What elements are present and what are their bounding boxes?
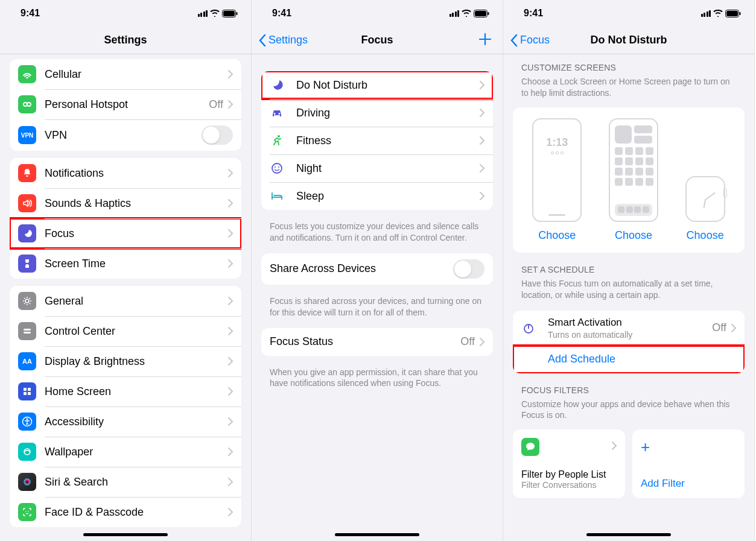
chevron-right-icon: [228, 199, 233, 207]
chevron-left-icon: [510, 34, 518, 46]
chevron-right-icon: [228, 508, 233, 516]
battery-icon: [222, 10, 238, 17]
label: Cellular: [45, 68, 228, 81]
filter-card-people[interactable]: Filter by People List Filter Conversatio…: [513, 429, 625, 498]
home-indicator[interactable]: [586, 533, 671, 536]
preview-watch-column: Choose: [685, 176, 725, 242]
vpn-toggle[interactable]: [202, 125, 233, 145]
chevron-right-icon: [480, 164, 484, 172]
svg-point-24: [275, 166, 276, 168]
cellular-icon: [18, 65, 36, 83]
label: Smart Activation: [548, 317, 712, 329]
row-face-id[interactable]: Face ID & Passcode: [10, 497, 241, 527]
value: Off: [712, 321, 726, 334]
label: Control Center: [45, 325, 228, 338]
general-icon: [18, 292, 36, 310]
plus-icon: +: [641, 438, 736, 457]
row-general[interactable]: General: [10, 286, 241, 316]
row-hotspot[interactable]: Personal Hotspot Off: [10, 89, 241, 119]
home-indicator[interactable]: [83, 533, 168, 536]
row-siri[interactable]: Siri & Search: [10, 467, 241, 497]
status-bar: 9:41: [252, 0, 503, 27]
preview-lock-column: 1:13 Choose: [532, 118, 582, 242]
filter-title: Filter by People List: [521, 469, 617, 480]
wifi-icon: [210, 10, 220, 17]
row-vpn[interactable]: VPN VPN: [10, 119, 241, 151]
filter-card-add[interactable]: + Add Filter: [632, 429, 745, 498]
add-schedule-label: Add Schedule: [548, 353, 736, 365]
label: Siri & Search: [45, 476, 228, 489]
label: Driving: [296, 107, 480, 119]
preview-dots: [551, 151, 564, 154]
label: Share Across Devices: [270, 262, 453, 275]
group-notifications: Notifications Sounds & Haptics Focus Scr…: [10, 158, 241, 279]
status-time: 9:41: [21, 8, 40, 19]
label: Sounds & Haptics: [45, 197, 228, 210]
row-focus-status[interactable]: Focus Status Off: [261, 328, 493, 356]
back-button[interactable]: Focus: [510, 34, 550, 46]
value: Off: [460, 335, 475, 348]
row-share-across[interactable]: Share Across Devices: [261, 253, 493, 285]
row-driving[interactable]: Driving: [261, 99, 493, 127]
row-fitness[interactable]: Fitness: [261, 127, 493, 154]
row-sleep[interactable]: Sleep: [261, 182, 493, 210]
label: Focus: [45, 227, 228, 240]
schedule-footer: Have this Focus turn on automatically at…: [503, 277, 754, 303]
nav-bar: Settings Focus: [252, 27, 503, 54]
nav-bar: Focus Do Not Disturb: [503, 27, 754, 54]
preview-home-column: Choose: [609, 118, 658, 242]
status-right: [701, 10, 742, 17]
screen-focus: 9:41 Settings Focus Do Not Disturb Drivi…: [252, 0, 503, 541]
back-button[interactable]: Settings: [259, 34, 308, 46]
row-screen-time[interactable]: Screen Time: [10, 248, 241, 279]
row-cellular[interactable]: Cellular: [10, 59, 241, 89]
choose-watch-button[interactable]: Choose: [687, 229, 724, 242]
settings-scroll[interactable]: Cellular Personal Hotspot Off VPN VPN No…: [0, 54, 251, 541]
group-focus-status: Focus Status Off: [261, 328, 493, 356]
label: Screen Time: [45, 258, 228, 270]
chevron-right-icon: [480, 192, 484, 200]
row-home-screen[interactable]: Home Screen: [10, 376, 241, 407]
row-control-center[interactable]: Control Center: [10, 316, 241, 346]
svg-point-16: [25, 480, 29, 484]
row-smart-activation[interactable]: Smart Activation Turns on automatically …: [513, 311, 745, 346]
row-sounds[interactable]: Sounds & Haptics: [10, 188, 241, 218]
home-indicator[interactable]: [335, 533, 419, 536]
row-add-schedule[interactable]: Add Schedule: [513, 346, 745, 373]
choose-home-button[interactable]: Choose: [615, 229, 652, 242]
status-right: [198, 10, 238, 17]
add-button[interactable]: [475, 31, 495, 50]
focus-icon: [18, 224, 36, 242]
wifi-icon: [713, 10, 723, 17]
row-focus[interactable]: Focus: [10, 218, 241, 248]
row-do-not-disturb[interactable]: Do Not Disturb: [261, 71, 493, 99]
chevron-right-icon: [228, 259, 233, 268]
filters-header: FOCUS FILTERS: [503, 382, 754, 397]
focus-scroll[interactable]: Do Not Disturb Driving Fitness Night Sle: [252, 54, 503, 541]
chevron-right-icon: [228, 70, 233, 78]
svg-rect-21: [488, 12, 489, 15]
spacer-icon: [521, 352, 536, 367]
row-display[interactable]: AA Display & Brightness: [10, 346, 241, 376]
row-notifications[interactable]: Notifications: [10, 158, 241, 188]
schedule-header: SET A SCHEDULE: [503, 261, 754, 277]
choose-lock-button[interactable]: Choose: [538, 229, 576, 242]
share-toggle[interactable]: [453, 259, 484, 279]
svg-point-25: [278, 166, 279, 168]
group-schedule: Smart Activation Turns on automatically …: [513, 311, 745, 373]
focus-footer-3: When you give an app permission, it can …: [252, 363, 503, 392]
svg-rect-6: [24, 329, 31, 331]
lock-screen-preview[interactable]: 1:13: [532, 118, 582, 222]
home-screen-preview[interactable]: [609, 118, 658, 222]
row-night[interactable]: Night: [261, 154, 493, 182]
label: Fitness: [296, 134, 480, 147]
row-wallpaper[interactable]: Wallpaper: [10, 437, 241, 467]
label: Personal Hotspot: [45, 98, 209, 111]
watch-preview[interactable]: [685, 176, 725, 222]
accessibility-icon: [18, 413, 36, 431]
row-accessibility[interactable]: Accessibility: [10, 407, 241, 437]
dnd-scroll[interactable]: CUSTOMIZE SCREENS Choose a Lock Screen o…: [503, 54, 754, 541]
signal-icon: [198, 10, 208, 17]
screen-settings: 9:41 Settings Cellular Personal Hotspot …: [0, 0, 252, 541]
svg-rect-28: [740, 12, 741, 15]
